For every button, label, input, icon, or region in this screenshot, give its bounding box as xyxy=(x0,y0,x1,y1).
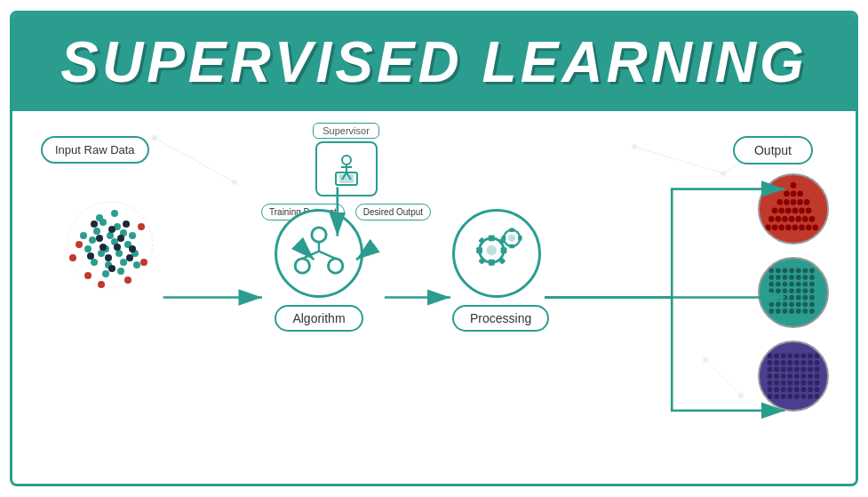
svg-point-142 xyxy=(796,288,801,293)
svg-point-194 xyxy=(794,373,800,379)
svg-point-116 xyxy=(812,225,818,231)
svg-line-14 xyxy=(705,360,741,396)
svg-point-219 xyxy=(801,394,807,399)
svg-point-51 xyxy=(84,272,92,279)
svg-point-152 xyxy=(768,301,774,307)
svg-point-102 xyxy=(768,216,775,222)
svg-point-181 xyxy=(815,360,820,365)
svg-point-36 xyxy=(133,261,140,269)
svg-point-112 xyxy=(785,225,792,231)
svg-point-67 xyxy=(329,259,343,273)
svg-point-203 xyxy=(801,381,807,386)
svg-rect-76 xyxy=(501,247,507,253)
output-circles xyxy=(758,173,829,412)
svg-point-188 xyxy=(808,367,813,373)
output-label: Output xyxy=(733,136,813,164)
svg-point-104 xyxy=(782,216,788,222)
svg-point-97 xyxy=(778,208,784,214)
svg-point-33 xyxy=(96,214,103,221)
svg-point-7 xyxy=(703,357,708,363)
teal-dot-pattern xyxy=(760,257,827,328)
svg-point-30 xyxy=(120,259,127,266)
algorithm-label: Algorithm xyxy=(275,305,363,332)
svg-point-91 xyxy=(776,199,783,205)
svg-point-45 xyxy=(123,220,130,228)
svg-point-134 xyxy=(789,282,794,287)
svg-point-103 xyxy=(776,216,782,222)
svg-rect-85 xyxy=(502,236,506,241)
svg-point-151 xyxy=(809,295,815,301)
svg-point-109 xyxy=(765,225,771,231)
svg-point-119 xyxy=(783,268,788,273)
svg-point-47 xyxy=(129,245,136,253)
svg-point-122 xyxy=(802,268,808,273)
svg-point-212 xyxy=(808,387,813,392)
svg-point-140 xyxy=(783,288,788,293)
svg-point-92 xyxy=(784,199,790,205)
supervisor-icon xyxy=(315,141,378,196)
svg-point-105 xyxy=(789,216,795,222)
svg-point-155 xyxy=(789,301,794,307)
svg-point-99 xyxy=(792,208,799,214)
svg-point-42 xyxy=(105,254,112,261)
svg-point-43 xyxy=(114,244,121,251)
svg-point-180 xyxy=(808,360,813,365)
svg-point-187 xyxy=(801,367,807,373)
svg-point-183 xyxy=(774,367,779,373)
svg-point-54 xyxy=(140,259,147,266)
svg-point-8 xyxy=(738,393,744,398)
svg-point-4 xyxy=(721,171,726,176)
svg-point-126 xyxy=(783,275,788,280)
svg-point-202 xyxy=(794,381,800,386)
svg-point-32 xyxy=(129,232,136,239)
svg-point-96 xyxy=(772,208,778,214)
svg-point-158 xyxy=(809,301,815,307)
svg-point-185 xyxy=(787,367,792,373)
header: SUPERVISED LEARNING xyxy=(12,13,856,111)
svg-point-125 xyxy=(776,275,781,280)
svg-point-170 xyxy=(794,353,800,358)
svg-point-209 xyxy=(787,387,792,392)
svg-point-89 xyxy=(791,191,797,197)
svg-point-56 xyxy=(124,277,131,284)
svg-point-135 xyxy=(796,282,801,287)
svg-point-198 xyxy=(768,381,773,386)
svg-point-100 xyxy=(799,208,805,214)
svg-rect-73 xyxy=(489,235,495,241)
svg-point-44 xyxy=(100,244,107,251)
output-circle-red xyxy=(758,173,829,244)
svg-point-128 xyxy=(796,275,801,280)
red-dot-pattern xyxy=(760,173,827,244)
supervisor-area: Supervisor Training Data set Des xyxy=(261,122,431,220)
svg-point-113 xyxy=(792,225,799,231)
svg-point-173 xyxy=(815,353,820,358)
svg-point-165 xyxy=(809,309,815,314)
svg-point-195 xyxy=(801,373,807,379)
svg-rect-86 xyxy=(518,236,522,241)
svg-point-1 xyxy=(152,135,157,140)
svg-point-207 xyxy=(774,387,779,392)
svg-point-123 xyxy=(809,268,815,273)
output-circle-purple xyxy=(758,341,829,412)
svg-point-115 xyxy=(806,225,812,231)
svg-point-199 xyxy=(774,381,779,386)
svg-point-108 xyxy=(809,216,816,222)
svg-point-145 xyxy=(768,295,774,301)
svg-point-35 xyxy=(80,232,87,239)
svg-point-214 xyxy=(768,394,773,399)
svg-point-175 xyxy=(774,360,779,365)
svg-point-154 xyxy=(783,301,788,307)
svg-point-215 xyxy=(774,394,779,399)
algorithm-icon xyxy=(288,222,350,285)
svg-point-166 xyxy=(768,353,773,358)
svg-point-201 xyxy=(787,381,792,386)
svg-point-210 xyxy=(794,387,800,392)
svg-point-37 xyxy=(102,270,109,277)
algorithm-node: Algorithm xyxy=(275,209,363,332)
svg-point-131 xyxy=(768,282,774,287)
svg-point-164 xyxy=(802,309,808,314)
svg-line-11 xyxy=(634,147,723,173)
svg-point-144 xyxy=(809,288,815,293)
svg-point-157 xyxy=(802,301,808,307)
svg-point-206 xyxy=(768,387,773,392)
